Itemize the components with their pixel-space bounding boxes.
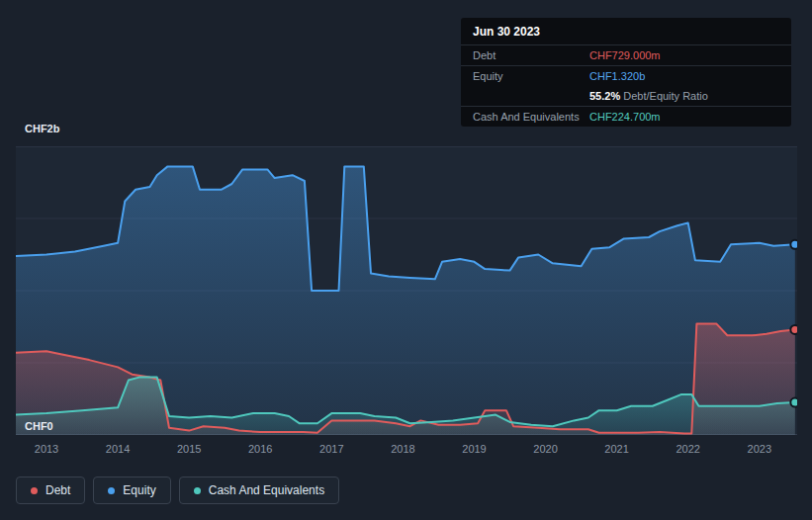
x-tick-2013: 2013: [35, 443, 58, 455]
tooltip-date: Jun 30 2023: [461, 18, 791, 44]
x-tick-2022: 2022: [676, 443, 699, 455]
legend-equity-label: Equity: [123, 483, 155, 497]
debt-equity-chart-panel: Jun 30 2023 Debt CHF729.000m Equity CHF1…: [0, 0, 812, 520]
legend: Debt Equity Cash And Equivalents: [16, 477, 339, 504]
cash-end-dot: [790, 398, 797, 407]
debt-end-dot: [790, 325, 797, 334]
tooltip-cash-label: Cash And Equivalents: [473, 111, 589, 123]
x-tick-2021: 2021: [604, 443, 628, 455]
tooltip-row-cash: Cash And Equivalents CHF224.700m: [461, 106, 791, 127]
y-axis-label-bottom: CHF0: [25, 420, 53, 432]
legend-item-cash[interactable]: Cash And Equivalents: [179, 477, 339, 504]
debt-series-dot-icon: [31, 487, 38, 494]
x-tick-2018: 2018: [391, 443, 414, 455]
chart-tooltip: Jun 30 2023 Debt CHF729.000m Equity CHF1…: [461, 18, 791, 127]
x-tick-2020: 2020: [533, 443, 557, 455]
tooltip-row-equity: Equity CHF1.320b: [461, 65, 791, 86]
chart-plot-area[interactable]: [16, 146, 797, 435]
legend-item-debt[interactable]: Debt: [16, 477, 85, 504]
legend-cash-label: Cash And Equivalents: [209, 483, 324, 497]
tooltip-row-ratio: 55.2% Debt/Equity Ratio: [461, 86, 791, 106]
chart-svg[interactable]: [16, 146, 797, 435]
equity-end-dot: [790, 240, 797, 249]
x-tick-2016: 2016: [248, 443, 272, 455]
tooltip-debt-label: Debt: [473, 49, 589, 61]
x-axis: 2013201420152016201720182019202020212022…: [16, 443, 797, 459]
legend-item-equity[interactable]: Equity: [93, 477, 170, 504]
equity-series-dot-icon: [108, 487, 115, 494]
tooltip-ratio-value: 55.2% Debt/Equity Ratio: [589, 90, 779, 102]
tooltip-equity-label: Equity: [473, 70, 589, 82]
tooltip-equity-value: CHF1.320b: [589, 70, 779, 82]
tooltip-debt-value: CHF729.000m: [589, 49, 779, 61]
tooltip-row-debt: Debt CHF729.000m: [461, 44, 791, 65]
x-tick-2017: 2017: [319, 443, 343, 455]
x-tick-2023: 2023: [748, 443, 771, 455]
tooltip-cash-value: CHF224.700m: [589, 111, 779, 123]
x-tick-2019: 2019: [462, 443, 486, 455]
legend-debt-label: Debt: [45, 483, 70, 497]
y-axis-label-top: CHF2b: [25, 123, 59, 134]
x-tick-2014: 2014: [106, 443, 130, 455]
cash-series-dot-icon: [194, 487, 201, 494]
x-tick-2015: 2015: [177, 443, 201, 455]
